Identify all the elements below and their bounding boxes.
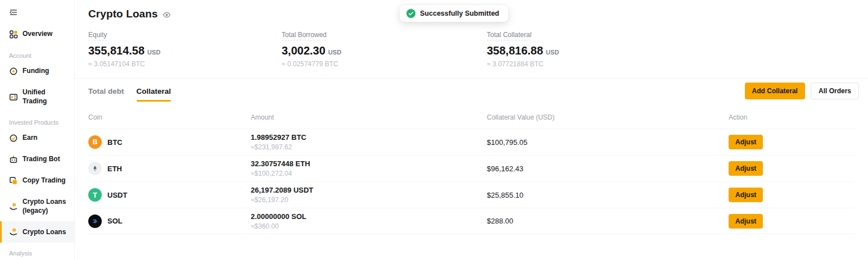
sol-icon <box>88 215 102 228</box>
sidebar-item-label: Funding <box>22 67 70 76</box>
success-check-icon <box>406 9 415 18</box>
sidebar-item-label: Trading Bot <box>22 155 70 164</box>
table-row: SOL 2.00000000 SOL ≈$360.00 $288.00 Adju… <box>88 208 855 234</box>
sidebar-item-trading-bot[interactable]: Trading Bot <box>0 149 74 170</box>
amount-usd: ≈$100,272.04 <box>251 170 487 177</box>
table-header-row: Coin Amount Collateral Value (USD) Actio… <box>88 108 855 129</box>
table-row: ETH 32.30757448 ETH ≈$100,272.04 $96,162… <box>88 155 855 181</box>
copy-trading-icon <box>9 176 18 185</box>
toast-message: Successfully Submitted <box>420 10 499 17</box>
coin-symbol: BTC <box>107 138 123 147</box>
stat-total-collateral: Total Collateral 358,816.88 USD ≈ 3.0772… <box>487 29 559 68</box>
crypto-loans-icon <box>9 227 18 236</box>
amount-value: 26,197.2089 USDT <box>251 186 487 194</box>
eth-icon <box>88 162 102 175</box>
stat-currency: USD <box>546 49 559 56</box>
stat-total-borrowed: Total Borrowed 3,002.30 USD ≈ 0.02574779… <box>282 29 487 68</box>
stat-value: 3,002.30 <box>282 44 326 57</box>
stat-value: 358,816.88 <box>487 44 543 57</box>
sidebar-section-invested-products: Invested Products <box>0 112 74 127</box>
coin-symbol: SOL <box>107 217 123 225</box>
sidebar-item-unified-trading[interactable]: Unified Trading <box>0 82 74 112</box>
amount-usd: ≈$360.00 <box>251 222 487 230</box>
page-title: Crypto Loans <box>88 8 158 20</box>
sidebar-item-crypto-loans-legacy[interactable]: Crypto Loans (legacy) <box>0 191 74 221</box>
eye-icon[interactable] <box>162 11 171 19</box>
stat-currency: USD <box>147 49 160 56</box>
sidebar: Overview Account Funding Unified Trading… <box>0 0 75 260</box>
stat-label: Equity <box>88 31 107 40</box>
amount-value: 2.00000000 SOL <box>251 212 487 221</box>
stat-value: 355,814.58 <box>88 44 144 57</box>
btc-icon: B <box>88 135 102 149</box>
add-collateral-button[interactable]: Add Collateral <box>745 83 805 99</box>
collateral-value: $100,795.05 <box>487 138 729 147</box>
adjust-button[interactable]: Adjust <box>729 188 763 202</box>
tab-total-debt[interactable]: Total debt <box>88 79 124 103</box>
stat-label: Total Collateral <box>487 31 531 40</box>
collateral-value: $96,162.43 <box>487 165 729 173</box>
stat-approx-btc: ≈ 0.02574779 BTC <box>282 60 487 68</box>
collateral-table: Coin Amount Collateral Value (USD) Actio… <box>75 108 868 234</box>
adjust-button[interactable]: Adjust <box>729 135 763 149</box>
sidebar-item-label: Crypto Loans <box>22 228 70 237</box>
collateral-value: $25,855.10 <box>487 191 729 199</box>
sidebar-item-overview[interactable]: Overview <box>0 24 74 45</box>
sidebar-item-crypto-loans[interactable]: Crypto Loans <box>0 221 74 243</box>
funding-coin-icon <box>9 67 18 76</box>
stat-equity: Equity 355,814.58 USD ≈ 3.05147104 BTC <box>88 29 282 68</box>
amount-usd: ≈$26,197.20 <box>251 196 487 204</box>
amount-value: 32.30757448 ETH <box>251 159 487 168</box>
trading-bot-icon <box>9 155 18 164</box>
unified-trading-icon <box>9 93 18 102</box>
sidebar-item-earn[interactable]: Earn <box>0 127 74 149</box>
crypto-loans-legacy-icon <box>9 202 18 211</box>
coin-symbol: USDT <box>107 191 127 199</box>
toast-notification: Successfully Submitted <box>400 5 508 22</box>
table-row: B BTC 1.98952927 BTC ≈$231,987.62 $100,7… <box>88 129 855 155</box>
main-content: Crypto Loans Equity 355,814.58 USD ≈ 3.0… <box>75 0 868 260</box>
stat-label: Total Borrowed <box>282 31 327 40</box>
table-row: T USDT 26,197.2089 USDT ≈$26,197.20 $25,… <box>88 181 855 208</box>
col-header-collateral-value: Collateral Value (USD) <box>487 113 729 121</box>
amount-usd: ≈$231,987.62 <box>251 143 487 151</box>
tab-bar: Total debt Collateral Add Collateral All… <box>75 79 868 103</box>
stat-approx-btc: ≈ 3.05147104 BTC <box>88 60 282 68</box>
col-header-action: Action <box>729 113 855 121</box>
all-orders-button[interactable]: All Orders <box>811 83 859 99</box>
stat-currency: USD <box>328 49 341 56</box>
overview-grid-icon <box>9 30 18 39</box>
sidebar-item-funding[interactable]: Funding <box>0 61 74 82</box>
collapse-sidebar-icon[interactable] <box>0 7 74 18</box>
sidebar-section-analysis: Analysis <box>0 243 74 258</box>
sidebar-item-copy-trading[interactable]: Copy Trading <box>0 170 74 191</box>
sidebar-item-label: Earn <box>22 134 70 143</box>
amount-value: 1.98952927 BTC <box>251 133 487 142</box>
sidebar-item-label: Copy Trading <box>22 176 70 185</box>
stat-approx-btc: ≈ 3.07721884 BTC <box>487 60 559 68</box>
tab-collateral[interactable]: Collateral <box>137 79 171 103</box>
sidebar-item-label: Overview <box>22 30 70 39</box>
col-header-coin: Coin <box>88 113 251 121</box>
collateral-value: $288.00 <box>487 217 729 225</box>
earn-icon <box>9 134 18 143</box>
sidebar-section-account: Account <box>0 45 74 61</box>
col-header-amount: Amount <box>251 113 487 121</box>
coin-symbol: ETH <box>107 165 122 173</box>
sidebar-item-label: Unified Trading <box>22 88 70 106</box>
adjust-button[interactable]: Adjust <box>729 214 763 229</box>
stats-row: Equity 355,814.58 USD ≈ 3.05147104 BTC T… <box>88 29 855 68</box>
adjust-button[interactable]: Adjust <box>729 161 763 176</box>
sidebar-item-label: Crypto Loans (legacy) <box>22 198 70 215</box>
usdt-icon: T <box>88 188 102 202</box>
